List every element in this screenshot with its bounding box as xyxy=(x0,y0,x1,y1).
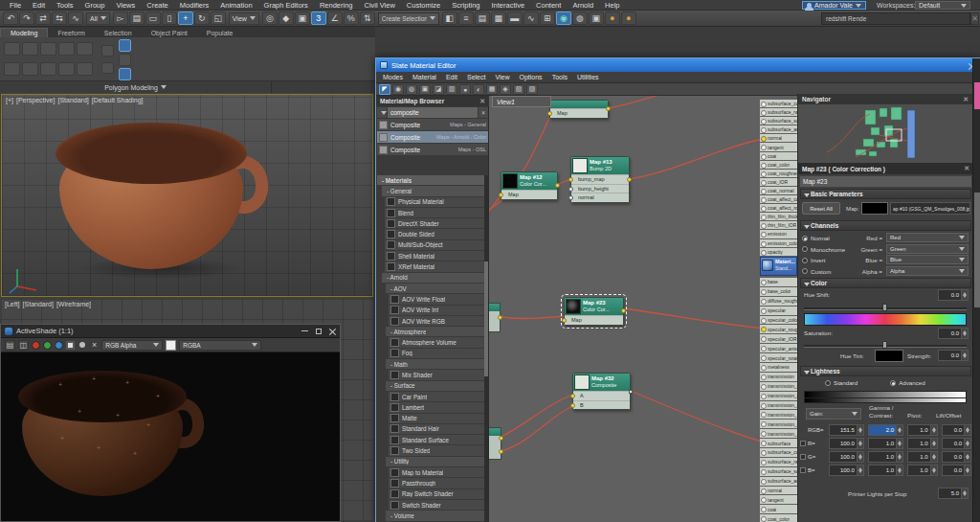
gamma-spinner[interactable]: 1.0 xyxy=(868,465,903,476)
viewport-menu-pov[interactable]: [Perspective] xyxy=(16,97,55,103)
slot-dot[interactable] xyxy=(568,187,573,192)
viewport-menu-renderer[interactable]: [Standard] xyxy=(23,301,54,307)
menu-item[interactable]: Scripting xyxy=(446,1,485,10)
gamma-spinner[interactable]: 1.0 xyxy=(868,438,903,449)
menu-item[interactable]: Rendering xyxy=(314,1,359,10)
node-view-canvas[interactable]: View1 Map xyxy=(489,96,797,522)
material-tree-row[interactable]: Fog xyxy=(389,349,484,358)
node-thumbnail[interactable] xyxy=(566,299,581,314)
rollout-lightness[interactable]: Lightness xyxy=(800,366,971,376)
spinner-arrows-icon[interactable] xyxy=(857,425,863,435)
node-header[interactable]: Map #23 Color Cor... xyxy=(565,298,623,315)
viewport-menu-pov[interactable]: [Left] xyxy=(5,301,20,307)
spinner-arrows-icon[interactable] xyxy=(896,425,902,435)
node-slot[interactable]: base_color xyxy=(760,287,797,296)
channel-checkbox[interactable] xyxy=(800,467,806,473)
search-clear-icon[interactable]: ✕ xyxy=(970,12,979,25)
node-slot[interactable]: specular_rotation xyxy=(760,353,797,362)
scrollbar-thumb-pink[interactable] xyxy=(974,82,980,109)
toolbar-icon[interactable]: ↷ xyxy=(19,11,34,25)
material-tree-row[interactable]: Car Paint xyxy=(389,392,484,401)
node-slot[interactable]: diffuse_roughness xyxy=(760,297,797,306)
material-tree-row[interactable]: Standard Surface xyxy=(389,435,484,444)
ribbon-button[interactable] xyxy=(22,62,38,76)
sme-menu-item[interactable]: Utilities xyxy=(572,74,604,80)
clear-icon[interactable]: × xyxy=(90,340,99,350)
toolbar-icon[interactable]: ▬ xyxy=(507,11,523,25)
channel-dropdown[interactable]: Alpha xyxy=(886,266,969,276)
spinner-arrows-icon[interactable] xyxy=(964,465,970,475)
toolbar-icon[interactable]: ▻ xyxy=(113,11,128,25)
red-channel-icon[interactable] xyxy=(32,341,40,350)
ribbon-button[interactable] xyxy=(58,62,75,76)
navigator-minimap[interactable] xyxy=(798,104,973,163)
map-swatch[interactable] xyxy=(861,202,888,215)
pivot-spinner[interactable]: 1.0 xyxy=(907,451,937,463)
sme-toolbar-icon[interactable]: ▨ xyxy=(526,84,538,95)
output-dot[interactable] xyxy=(621,308,626,313)
channel-checkbox[interactable] xyxy=(800,454,806,460)
node-slot[interactable]: transmission_scatter_a xyxy=(760,410,797,419)
toolbar-icon[interactable]: ● xyxy=(605,11,620,25)
toolbar-icon[interactable]: ⇅ xyxy=(360,11,375,25)
spinner-arrows-icon[interactable] xyxy=(896,452,902,462)
material-tree-row[interactable]: - Utility xyxy=(386,457,484,466)
material-tree-row[interactable]: Lambert xyxy=(389,402,484,412)
node-slot[interactable]: emission_color xyxy=(760,239,797,247)
toolbar-icon[interactable]: 3 xyxy=(311,11,326,25)
gamma-spinner[interactable]: 2.0 xyxy=(868,424,903,436)
menu-item[interactable]: Customize xyxy=(401,1,446,10)
output-dot[interactable] xyxy=(555,183,560,188)
spinner-arrows-icon[interactable] xyxy=(930,439,937,448)
gain-spinner[interactable]: 100.0 xyxy=(829,438,864,449)
material-tree-row[interactable]: XRef Material xyxy=(385,261,484,271)
output-dot[interactable] xyxy=(499,449,503,454)
standard-surface-node-lower[interactable]: basebase_colordiffuse_roughnessspeculars… xyxy=(760,278,797,522)
slot-dot[interactable] xyxy=(499,193,503,197)
slot-dot[interactable] xyxy=(570,403,575,408)
close-icon[interactable]: ✕ xyxy=(479,98,485,105)
sme-toolbar-icon[interactable]: ◈ xyxy=(500,84,511,95)
node-slot[interactable]: coat_affect_color xyxy=(760,195,797,203)
lightness-mode-option[interactable]: Advanced xyxy=(890,379,925,386)
material-tree-row[interactable]: - Surface xyxy=(386,381,484,391)
spinner-arrows-icon[interactable] xyxy=(964,425,970,435)
spinner-arrows-icon[interactable] xyxy=(930,425,937,435)
node-slot[interactable]: subsurface_color xyxy=(760,448,797,457)
node-slot[interactable]: transmission_dispersion xyxy=(760,420,797,428)
sme-menu-item[interactable]: Select xyxy=(462,74,490,80)
node-slot[interactable]: tangent xyxy=(760,143,797,150)
lightness-mode-option[interactable]: Standard xyxy=(825,379,858,386)
menu-item[interactable]: Content xyxy=(530,1,567,10)
toolbar-icon[interactable]: ↶ xyxy=(3,11,18,25)
node-slot[interactable]: specular_color xyxy=(760,316,797,325)
spinner-arrows-icon[interactable] xyxy=(930,465,937,475)
clone-window-icon[interactable]: ◫ xyxy=(18,340,29,351)
node-slot[interactable]: specular_IOR xyxy=(760,334,797,343)
toolbar-icon[interactable]: ▣ xyxy=(295,11,310,25)
lift-spinner[interactable]: 0.0 xyxy=(942,424,971,436)
toolbar-icon[interactable]: ◆ xyxy=(278,11,294,25)
minimize-icon[interactable] xyxy=(301,330,308,331)
node-header[interactable]: Map #32 Composite xyxy=(573,374,630,391)
lift-spinner[interactable]: 0.0 xyxy=(942,438,971,449)
lift-spinner[interactable]: 0.0 xyxy=(942,465,971,476)
material-tree-row[interactable]: Ray Switch Shader xyxy=(389,489,484,499)
slot-dot[interactable] xyxy=(570,394,575,398)
toolbar-icon[interactable]: ▤ xyxy=(129,11,145,25)
node-slot[interactable]: emission xyxy=(760,230,797,238)
spinner-arrows-icon[interactable] xyxy=(961,290,968,300)
material-tree-row[interactable]: Two Sided xyxy=(389,445,484,455)
node-map23-selected[interactable]: Map #23 Color Cor... Map xyxy=(564,297,624,326)
browser-scrollbar[interactable] xyxy=(484,175,488,522)
toolbar-icon[interactable]: ∠ xyxy=(327,11,343,25)
node-thumbnail[interactable] xyxy=(574,374,590,390)
gain-dropdown[interactable]: Gain: xyxy=(806,408,861,420)
ribbon-button[interactable] xyxy=(4,62,20,76)
map-value-field[interactable]: ap #10 (GSG_QM_Smudges_008.jp xyxy=(890,202,970,215)
search-result-row[interactable]: Composite Maps - Arnold - Color xyxy=(377,131,488,144)
hue-shift-slider[interactable] xyxy=(804,304,967,311)
node-slot[interactable]: normal xyxy=(760,487,797,495)
sme-menu-item[interactable]: Material xyxy=(408,74,441,80)
slot-dot[interactable] xyxy=(568,195,573,200)
